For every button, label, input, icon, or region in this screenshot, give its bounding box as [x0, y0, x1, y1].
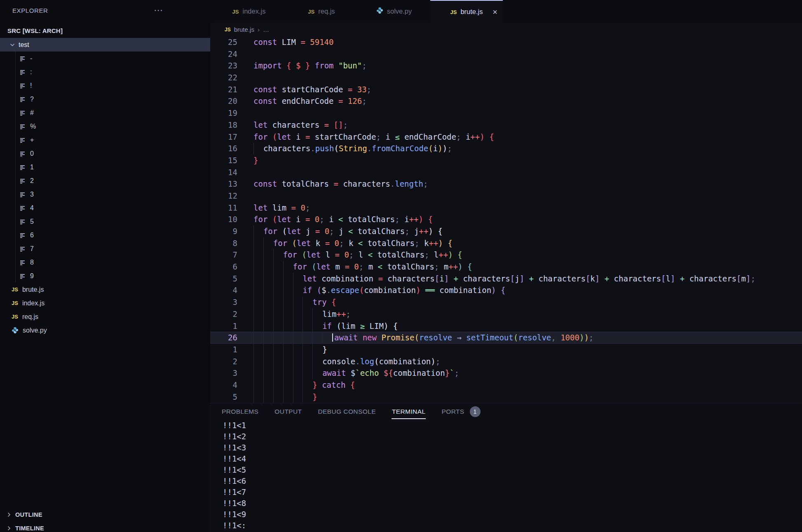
code-line[interactable]: 19	[210, 107, 802, 119]
indent-guide	[283, 261, 293, 273]
tree-folder-test[interactable]: test	[0, 38, 210, 52]
breadcrumb-more[interactable]: …	[263, 26, 270, 33]
terminal-line: !!1<6	[223, 476, 798, 487]
code-line[interactable]: 3await $`echo ${combination}`;	[210, 367, 802, 379]
indent-guide	[273, 308, 283, 320]
indent-guide	[312, 344, 322, 356]
indent-guide	[322, 332, 332, 344]
code-line[interactable]: 7for (let l = 0; l < totalChars; l++) {	[210, 249, 802, 261]
tree-file-brute.js[interactable]: JSbrute.js	[0, 283, 210, 296]
indent-guide	[303, 356, 312, 368]
code-line-current[interactable]: 26await new Promise(resolve ⇒ setTimeout…	[210, 332, 802, 344]
tab-solve.py[interactable]: solve.py	[358, 0, 430, 23]
tree-item-label: 5	[30, 218, 34, 225]
indent-guide	[253, 273, 263, 285]
close-icon[interactable]: ×	[492, 7, 497, 16]
code-line[interactable]: 11let lim = 0;	[210, 202, 802, 214]
terminal-output[interactable]: !!1<1!!1<2!!1<3!!1<4!!1<5!!1<6!!1<7!!1<8…	[223, 420, 798, 532]
code-line[interactable]: 23import { $ } from "bun";	[210, 60, 802, 72]
tree-file-+[interactable]: +	[0, 133, 210, 147]
code-line[interactable]: 24	[210, 48, 802, 60]
tree-file-7[interactable]: 7	[0, 242, 210, 255]
indent-guide	[263, 332, 273, 344]
code-line[interactable]: 18let characters = [];	[210, 119, 802, 131]
code-line[interactable]: 4} catch {	[210, 379, 802, 391]
code-line[interactable]: 22	[210, 72, 802, 84]
indent-guide	[293, 308, 303, 320]
javascript-file-icon: JS	[450, 8, 457, 16]
tab-index.js[interactable]: JSindex.js	[213, 0, 285, 23]
code-line[interactable]: 15}	[210, 155, 802, 166]
indent-guide	[273, 261, 283, 273]
code-editor[interactable]: 25const LIM = 591402423import { $ } from…	[210, 36, 802, 403]
tree-file--[interactable]: -	[0, 52, 210, 65]
code-line[interactable]: 5}	[210, 391, 802, 403]
line-number: 24	[210, 48, 237, 60]
indent-guide	[293, 344, 303, 356]
tree-file-0[interactable]: 0	[0, 147, 210, 160]
indent-guide	[253, 225, 263, 237]
breadcrumb-file[interactable]: brute.js	[234, 26, 254, 33]
panel-tab-debug-console[interactable]: DEBUG CONSOLE	[317, 404, 376, 419]
workspace-section-header[interactable]: SRC [WSL: ARCH]	[0, 23, 210, 38]
section-header-outline[interactable]: OUTLINE	[0, 508, 210, 521]
tree-file-1[interactable]: 1	[0, 160, 210, 174]
terminal-line: !!1<8	[223, 498, 798, 509]
code-line[interactable]: 16characters.push(String.fromCharCode(i)…	[210, 143, 802, 155]
panel-tab-terminal[interactable]: TERMINAL	[392, 404, 426, 419]
indent-guide	[303, 391, 312, 403]
panel-tab-label: OUTPUT	[274, 404, 302, 419]
code-line[interactable]: 6for (let m = 0; m < totalChars; m++) {	[210, 261, 802, 273]
panel-tab-label: DEBUG CONSOLE	[317, 404, 376, 419]
tree-file-![interactable]: !	[0, 79, 210, 92]
tree-file-solve.py[interactable]: solve.py	[0, 323, 210, 337]
tree-file-5[interactable]: 5	[0, 215, 210, 228]
code-line[interactable]: 4if ($.escape(combination) ══ combinatio…	[210, 284, 802, 296]
more-actions-icon[interactable]: ⋯	[154, 5, 163, 16]
code-line[interactable]: 2lim++;	[210, 308, 802, 320]
tree-file-3[interactable]: 3	[0, 187, 210, 201]
panel-tab-ports[interactable]: PORTS1	[441, 404, 480, 419]
code-line[interactable]: 21const startCharCode = 33;	[210, 84, 802, 96]
code-line[interactable]: 3try {	[210, 296, 802, 308]
tree-file-6[interactable]: 6	[0, 228, 210, 242]
tree-file-2[interactable]: 2	[0, 174, 210, 187]
tree-file-req.js[interactable]: JSreq.js	[0, 310, 210, 323]
tree-file-:[interactable]: :	[0, 65, 210, 79]
code-line[interactable]: 2console.log(combination);	[210, 356, 802, 368]
tree-file-4[interactable]: 4	[0, 201, 210, 215]
section-header-timeline[interactable]: TIMELINE	[0, 521, 210, 532]
code-line[interactable]: 10for (let i = 0; i < totalChars; i++) {	[210, 213, 802, 225]
tree-file-%[interactable]: %	[0, 120, 210, 133]
panel-tab-output[interactable]: OUTPUT	[274, 404, 302, 419]
line-number: 18	[210, 119, 237, 131]
code-line[interactable]: 1if (lim ≥ LIM) {	[210, 320, 802, 332]
tree-file-9[interactable]: 9	[0, 269, 210, 283]
tree-file-?[interactable]: ?	[0, 92, 210, 106]
tree-item-label: -	[30, 55, 32, 62]
indent-guide	[263, 367, 273, 379]
code-line[interactable]: 12	[210, 190, 802, 202]
code-line[interactable]: 14	[210, 166, 802, 178]
tree-file-index.js[interactable]: JSindex.js	[0, 296, 210, 310]
code-line[interactable]: 5let combination = characters[i] + chara…	[210, 273, 802, 285]
code-line[interactable]: 13const totalChars = characters.length;	[210, 178, 802, 190]
code-line[interactable]: 20const endCharCode = 126;	[210, 95, 802, 107]
line-number: 10	[210, 213, 237, 225]
indent-guide	[273, 356, 283, 368]
default-file-icon	[19, 150, 26, 157]
code-line[interactable]: 8for (let k = 0; k < totalChars; k++) {	[210, 237, 802, 249]
tree-file-#[interactable]: #	[0, 106, 210, 120]
code-line[interactable]: 17for (let i = startCharCode; i ≤ endCha…	[210, 131, 802, 143]
code-line[interactable]: 25const LIM = 59140	[210, 36, 802, 48]
indent-guide	[263, 356, 273, 368]
tree-item-label: 4	[30, 204, 34, 212]
indent-guide	[263, 379, 273, 391]
panel-tab-problems[interactable]: PROBLEMS	[221, 404, 259, 419]
code-line[interactable]: 9for (let j = 0; j < totalChars; j++) {	[210, 225, 802, 237]
tree-file-8[interactable]: 8	[0, 255, 210, 269]
code-line[interactable]: 1}	[210, 344, 802, 356]
tree-item-label: %	[30, 123, 36, 130]
tab-req.js[interactable]: JSreq.js	[285, 0, 358, 23]
tab-brute.js[interactable]: JSbrute.js×	[430, 0, 503, 23]
